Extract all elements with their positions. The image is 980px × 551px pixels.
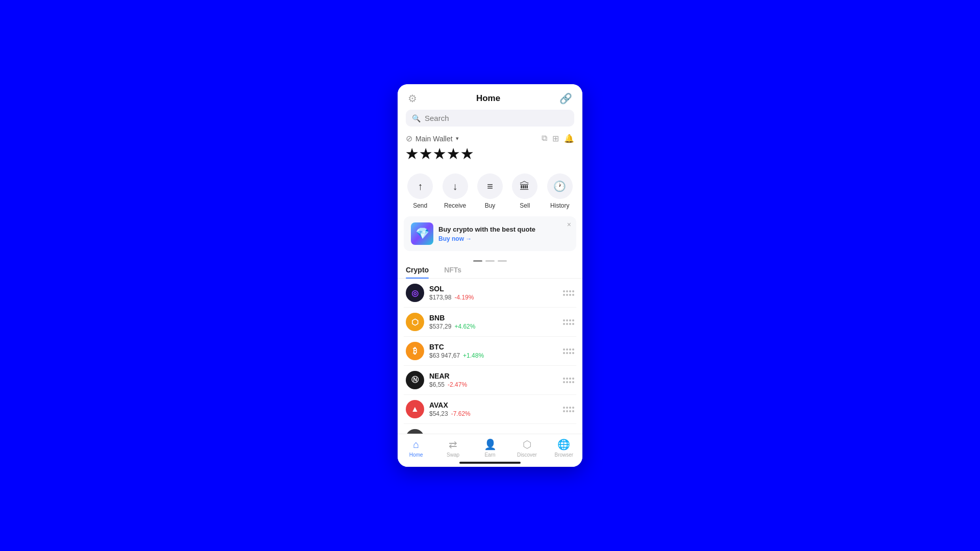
list-item[interactable]: ◎ SOL $173,98 -4.19% xyxy=(404,279,576,308)
nav-home[interactable]: ⌂ Home xyxy=(398,439,434,458)
swap-icon: ⇄ xyxy=(449,438,457,450)
crypto-list: ◎ SOL $173,98 -4.19% ⬡ BNB $537,29 +4.62… xyxy=(398,279,582,434)
tab-crypto[interactable]: Crypto xyxy=(406,266,429,278)
banner-link[interactable]: Buy now → xyxy=(438,235,569,242)
avax-logo: ▲ xyxy=(406,400,424,418)
home-label: Home xyxy=(409,452,423,458)
home-indicator xyxy=(459,462,521,464)
avax-change: -7.62% xyxy=(451,410,471,417)
scan-icon[interactable]: ⊞ xyxy=(552,134,559,143)
avax-info: AVAX $54,23 -7.62% xyxy=(429,401,558,417)
banner-close-button[interactable]: × xyxy=(567,220,571,229)
list-item[interactable]: Ⓝ NEAR $6,55 -2.47% xyxy=(404,366,576,395)
sol-name: SOL xyxy=(429,285,558,293)
list-item[interactable]: ⬡ BNB $537,29 +4.62% xyxy=(404,308,576,337)
receive-button[interactable]: ↓ Receive xyxy=(443,173,468,209)
nav-browser[interactable]: 🌐 Browser xyxy=(546,438,582,458)
banner-dot-2 xyxy=(485,260,495,262)
sell-button[interactable]: 🏛 Sell xyxy=(512,173,537,209)
bnb-price-row: $537,29 +4.62% xyxy=(429,323,558,330)
bnb-info: BNB $537,29 +4.62% xyxy=(429,314,558,330)
wallet-row: ⊘ Main Wallet ▾ ⧉ ⊞ 🔔 xyxy=(398,132,582,143)
near-info: NEAR $6,55 -2.47% xyxy=(429,372,558,388)
list-item[interactable]: ₿ BTC $63 947,67 +1.48% xyxy=(404,337,576,366)
btc-dots[interactable] xyxy=(563,348,574,354)
earn-icon: 👤 xyxy=(484,438,497,450)
search-icon: 🔍 xyxy=(412,114,421,122)
bnb-change: +4.62% xyxy=(454,323,475,330)
wallet-name: Main Wallet xyxy=(415,135,453,143)
btc-price: $63 947,67 xyxy=(429,352,460,359)
send-label: Send xyxy=(413,202,427,209)
page-title: Home xyxy=(476,93,500,104)
nav-discover[interactable]: ⬡ Discover xyxy=(508,438,545,458)
sol-logo: ◎ xyxy=(406,284,424,302)
eth-logo: ◆ xyxy=(406,429,424,434)
copy-icon[interactable]: ⧉ xyxy=(542,134,547,143)
nav-swap[interactable]: ⇄ Swap xyxy=(434,438,471,458)
browser-icon: 🌐 xyxy=(557,438,570,450)
sol-change: -4.19% xyxy=(454,294,474,301)
sell-label: Sell xyxy=(520,202,530,209)
bnb-price: $537,29 xyxy=(429,323,451,330)
earn-label: Earn xyxy=(484,452,495,458)
bnb-logo: ⬡ xyxy=(406,313,424,331)
discover-icon: ⬡ xyxy=(523,438,531,450)
avax-dots[interactable] xyxy=(563,407,574,412)
near-change: -2.47% xyxy=(448,381,467,388)
search-input[interactable] xyxy=(425,114,568,122)
phone-container: ⚙ Home 🔗 🔍 ⊘ Main Wallet ▾ ⧉ ⊞ 🔔 ★★★★★ ↑… xyxy=(398,84,582,467)
wallet-selector[interactable]: ⊘ Main Wallet ▾ xyxy=(406,134,459,143)
actions-row: ↑ Send ↓ Receive ≡ Buy 🏛 Sell 🕐 History xyxy=(398,168,582,216)
banner-dot-1 xyxy=(473,260,482,262)
balance-value: ★★★★★ xyxy=(406,146,475,162)
home-icon: ⌂ xyxy=(413,439,419,450)
tab-nfts[interactable]: NFTs xyxy=(444,266,461,278)
promo-banner: 💎 Buy crypto with the best quote Buy now… xyxy=(404,216,576,251)
send-icon-circle: ↑ xyxy=(407,173,433,199)
banner-dots xyxy=(398,260,582,262)
nav-earn[interactable]: 👤 Earn xyxy=(472,438,508,458)
near-price-row: $6,55 -2.47% xyxy=(429,381,558,388)
banner-image: 💎 xyxy=(411,222,433,245)
history-label: History xyxy=(550,202,569,209)
settings-icon[interactable]: ⚙ xyxy=(408,92,417,105)
btc-logo: ₿ xyxy=(406,342,424,360)
bottom-bar xyxy=(398,460,582,467)
bnb-dots[interactable] xyxy=(563,319,574,325)
tabs-row: Crypto NFTs xyxy=(398,266,582,279)
header: ⚙ Home 🔗 xyxy=(398,84,582,110)
swap-label: Swap xyxy=(447,452,459,458)
near-dots[interactable] xyxy=(563,378,574,383)
list-item[interactable]: ◆ ETH xyxy=(404,424,576,434)
avax-name: AVAX xyxy=(429,401,558,409)
balance-row: ★★★★★ xyxy=(398,143,582,168)
sol-price: $173,98 xyxy=(429,294,451,301)
btc-change: +1.48% xyxy=(463,352,484,359)
history-icon-circle: 🕐 xyxy=(547,173,573,199)
bnb-name: BNB xyxy=(429,314,558,322)
key-icon[interactable]: 🔗 xyxy=(559,92,572,105)
wallet-action-icons: ⧉ ⊞ 🔔 xyxy=(542,134,574,143)
banner-title: Buy crypto with the best quote xyxy=(438,226,569,233)
sol-dots[interactable] xyxy=(563,290,574,296)
near-logo: Ⓝ xyxy=(406,371,424,389)
receive-label: Receive xyxy=(444,202,466,209)
history-button[interactable]: 🕐 History xyxy=(547,173,573,209)
wallet-chevron-icon: ▾ xyxy=(456,135,459,142)
buy-icon-circle: ≡ xyxy=(477,173,503,199)
list-item[interactable]: ▲ AVAX $54,23 -7.62% xyxy=(404,395,576,424)
receive-icon-circle: ↓ xyxy=(443,173,468,199)
btc-info: BTC $63 947,67 +1.48% xyxy=(429,343,558,359)
send-button[interactable]: ↑ Send xyxy=(407,173,433,209)
near-price: $6,55 xyxy=(429,381,445,388)
wallet-icon: ⊘ xyxy=(406,134,412,143)
btc-price-row: $63 947,67 +1.48% xyxy=(429,352,558,359)
sol-info: SOL $173,98 -4.19% xyxy=(429,285,558,301)
bell-icon[interactable]: 🔔 xyxy=(564,134,574,143)
search-bar[interactable]: 🔍 xyxy=(406,110,574,127)
buy-label: Buy xyxy=(485,202,496,209)
browser-label: Browser xyxy=(554,452,573,458)
bottom-nav: ⌂ Home ⇄ Swap 👤 Earn ⬡ Discover 🌐 Browse… xyxy=(398,434,582,460)
buy-button[interactable]: ≡ Buy xyxy=(477,173,503,209)
